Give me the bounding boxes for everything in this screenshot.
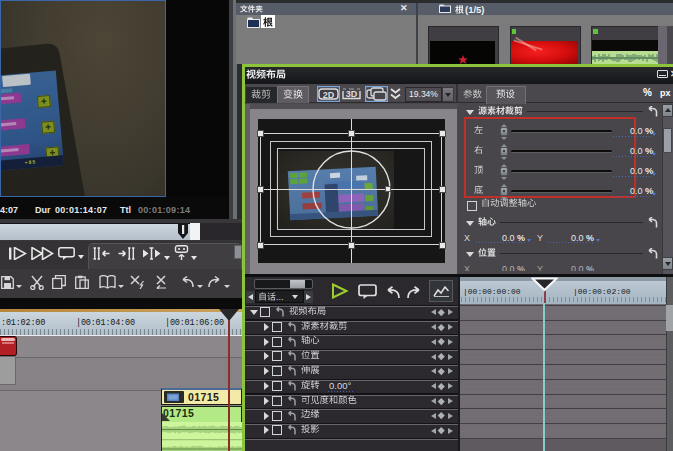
svg-text:2D: 2D — [323, 90, 335, 100]
svg-text:3D: 3D — [346, 89, 358, 99]
